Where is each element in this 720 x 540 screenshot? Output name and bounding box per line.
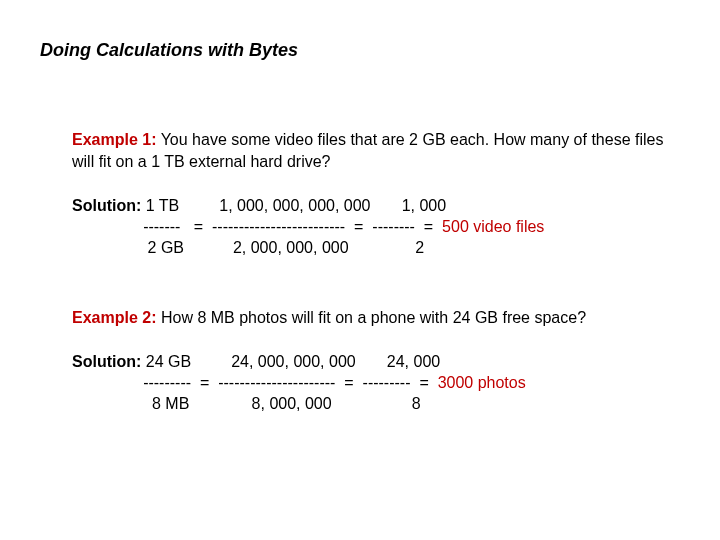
- example-2-solution: Solution: 24 GB 24, 000, 000, 000 24, 00…: [72, 352, 680, 414]
- calc1-line3: 2 GB 2, 000, 000, 000 2: [72, 239, 424, 256]
- example-2-question: Example 2: How 8 MB photos will fit on a…: [72, 307, 680, 329]
- example-1-text: You have some video files that are 2 GB …: [72, 131, 663, 170]
- calc2-line2: --------- = ---------------------- = ---…: [72, 374, 438, 391]
- example-2-text: How 8 MB photos will fit on a phone with…: [156, 309, 586, 326]
- example-1-question: Example 1: You have some video files tha…: [72, 129, 680, 172]
- calc1-line1: 1 TB 1, 000, 000, 000, 000 1, 000: [141, 197, 446, 214]
- calc2-line1: 24 GB 24, 000, 000, 000 24, 000: [141, 353, 440, 370]
- example-2-answer: 3000 photos: [438, 374, 526, 391]
- example-2-heading: Example 2:: [72, 309, 156, 326]
- calc2-line3: 8 MB 8, 000, 000 8: [72, 395, 421, 412]
- solution-label-2: Solution:: [72, 353, 141, 370]
- document-page: Doing Calculations with Bytes Example 1:…: [0, 0, 720, 415]
- example-1-answer: 500 video files: [442, 218, 544, 235]
- calc1-line2: ------- = ------------------------- = --…: [72, 218, 442, 235]
- solution-label-1: Solution:: [72, 197, 141, 214]
- example-1-solution: Solution: 1 TB 1, 000, 000, 000, 000 1, …: [72, 196, 680, 258]
- example-1-heading: Example 1:: [72, 131, 156, 148]
- content-body: Example 1: You have some video files tha…: [40, 129, 680, 415]
- page-title: Doing Calculations with Bytes: [40, 40, 680, 61]
